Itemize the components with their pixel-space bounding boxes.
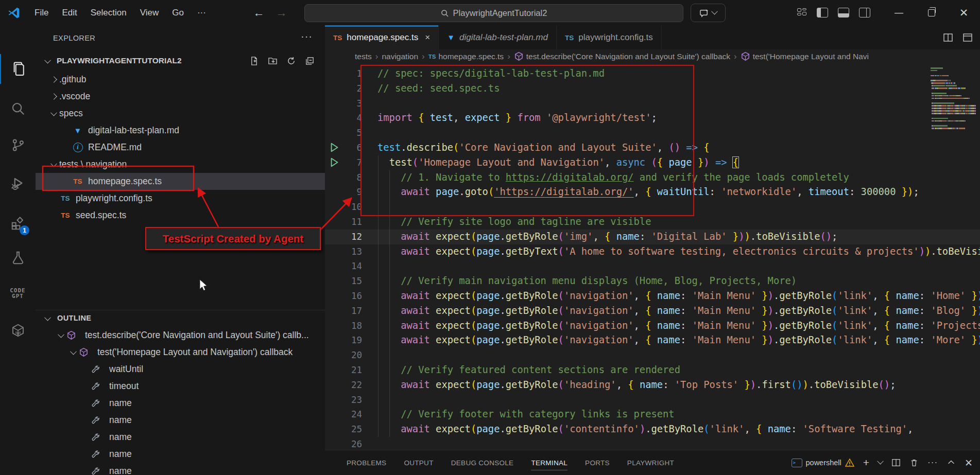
split-terminal-icon[interactable] xyxy=(891,458,901,467)
tree-item-specs[interactable]: specs xyxy=(36,105,325,122)
run-test-icon[interactable] xyxy=(330,157,339,167)
panel-tab-ports[interactable]: PORTS xyxy=(585,450,610,475)
toggle-panel-icon[interactable] xyxy=(838,8,849,17)
outline-item[interactable]: name xyxy=(36,429,325,446)
outline-item[interactable]: name xyxy=(36,463,325,475)
breadcrumb-item[interactable]: test.describe('Core Navigation and Layou… xyxy=(514,51,730,61)
code-line-7[interactable]: 7 test('Homepage Layout and Navigation',… xyxy=(325,155,980,170)
close-panel-icon[interactable]: ✕ xyxy=(965,457,973,469)
code-editor[interactable]: 1// spec: specs/digital-lab-test-plan.md… xyxy=(325,63,980,450)
outline-item[interactable]: test('Homepage Layout and Navigation') c… xyxy=(36,344,325,361)
panel-more-actions-icon[interactable]: ··· xyxy=(927,458,938,468)
kill-terminal-icon[interactable] xyxy=(909,458,919,467)
code-line-17[interactable]: 17 await expect(page.getByRole('navigati… xyxy=(325,304,980,319)
panel-tab-terminal[interactable]: TERMINAL xyxy=(531,450,568,475)
terminal-instance-label[interactable]: > powershell xyxy=(792,458,854,467)
split-editor-icon[interactable] xyxy=(943,32,953,43)
outline-item[interactable]: timeout xyxy=(36,378,325,395)
command-center-search[interactable]: PlaywrightAgentTutorial2 xyxy=(304,4,683,22)
customize-layout-icon[interactable] xyxy=(797,8,807,17)
code-line-16[interactable]: 16 await expect(page.getByRole('navigati… xyxy=(325,289,980,304)
code-line-24[interactable]: 24 // Verify footer with category links … xyxy=(325,407,980,422)
tree-item-.vscode[interactable]: .vscode xyxy=(36,88,325,105)
menu-view[interactable]: View xyxy=(133,5,166,21)
activity-source-control-icon[interactable] xyxy=(0,130,36,160)
code-line-4[interactable]: 4import { test, expect } from '@playwrig… xyxy=(325,111,980,126)
refresh-icon[interactable] xyxy=(286,56,296,66)
close-button[interactable]: ✕ xyxy=(948,0,980,25)
tree-item-playwright.config.ts[interactable]: TSplaywright.config.ts xyxy=(36,190,325,207)
code-line-9[interactable]: 9 await page.goto('https://digitalab.org… xyxy=(325,185,980,200)
collapse-all-icon[interactable] xyxy=(305,56,315,66)
code-line-5[interactable]: 5 xyxy=(325,126,980,140)
menu-file[interactable]: File xyxy=(28,5,55,21)
panel-tab-output[interactable]: OUTPUT xyxy=(404,450,433,475)
close-tab-icon[interactable]: × xyxy=(425,32,430,43)
code-line-26[interactable]: 26 xyxy=(325,437,980,450)
activity-codegpt-icon[interactable]: CODEGPT xyxy=(0,278,36,308)
activity-explorer-icon[interactable] xyxy=(0,54,37,84)
outline-item[interactable]: name xyxy=(36,446,325,463)
code-line-25[interactable]: 25 await expect(page.getByRole('contenti… xyxy=(325,422,980,437)
terminal-profile-dropdown-icon[interactable] xyxy=(877,458,884,464)
activity-containers-icon[interactable] xyxy=(0,315,36,345)
breadcrumb[interactable]: tests›navigation›TShomepage.spec.ts›test… xyxy=(355,49,980,63)
editor-tab-homepage.spec.ts[interactable]: TShomepage.spec.ts× xyxy=(325,25,439,49)
outline-item[interactable]: waitUntil xyxy=(36,361,325,378)
code-line-21[interactable]: 21 // Verify featured content sections a… xyxy=(325,363,980,378)
tree-item-.github[interactable]: .github xyxy=(36,71,325,88)
editor-tab-digital-lab-test-plan.md[interactable]: ▼digital-lab-test-plan.md xyxy=(439,25,557,49)
new-terminal-icon[interactable]: + xyxy=(863,456,869,469)
explorer-more-actions-icon[interactable]: ··· xyxy=(301,30,313,42)
menu-go[interactable]: Go xyxy=(165,5,191,21)
code-line-14[interactable]: 14 xyxy=(325,259,980,274)
editor-tab-playwright.config.ts[interactable]: TSplaywright.config.ts xyxy=(557,25,662,49)
code-line-8[interactable]: 8 // 1. Navigate to https://digitalab.or… xyxy=(325,170,980,185)
menu-more-icon[interactable]: ··· xyxy=(191,5,213,21)
breadcrumb-item[interactable]: test('Homepage Layout and Navi xyxy=(741,51,869,61)
activity-search-icon[interactable] xyxy=(0,94,36,124)
panel-tab-problems[interactable]: PROBLEMS xyxy=(347,450,386,475)
breadcrumb-item[interactable]: tests xyxy=(355,52,372,61)
outline-item[interactable]: name xyxy=(36,395,325,412)
new-folder-icon[interactable] xyxy=(268,56,278,66)
breadcrumb-item[interactable]: navigation xyxy=(382,52,418,61)
code-line-12[interactable]: 12 await expect(page.getByRole('img', { … xyxy=(325,230,980,244)
panel-tab-debug-console[interactable]: DEBUG CONSOLE xyxy=(451,450,514,475)
menu-edit[interactable]: Edit xyxy=(55,5,83,21)
tree-item-digital-lab-test-plan.md[interactable]: ▼digital-lab-test-plan.md xyxy=(36,122,325,139)
back-arrow-icon[interactable]: ← xyxy=(248,6,270,20)
activity-extensions-icon[interactable]: 1 xyxy=(0,208,36,238)
code-line-13[interactable]: 13 await expect(page.getByText('A home t… xyxy=(325,244,980,259)
project-root-row[interactable]: PLAYWRIGHTAGENTTUTORIAL2 xyxy=(36,52,325,69)
toggle-primary-sidebar-icon[interactable] xyxy=(817,8,828,17)
code-line-2[interactable]: 2// seed: seed.spec.ts xyxy=(325,81,980,96)
breadcrumb-item[interactable]: TShomepage.spec.ts xyxy=(428,52,504,61)
toggle-secondary-sidebar-icon[interactable] xyxy=(859,8,870,17)
restore-button[interactable] xyxy=(915,0,948,25)
tree-item-seed.spec.ts[interactable]: TSseed.spec.ts xyxy=(36,207,325,224)
forward-arrow-icon[interactable]: → xyxy=(270,6,293,20)
editor-more-actions-icon[interactable] xyxy=(962,32,973,43)
tree-item-readme.md[interactable]: iREADME.md xyxy=(36,139,325,156)
code-line-15[interactable]: 15 // Verify main navigation menu displa… xyxy=(325,274,980,289)
copilot-button[interactable] xyxy=(691,4,726,22)
minimap[interactable] xyxy=(931,67,976,133)
run-test-icon[interactable] xyxy=(330,143,339,152)
activity-testing-icon[interactable] xyxy=(0,243,36,273)
code-line-10[interactable]: 10 xyxy=(325,200,980,215)
code-line-1[interactable]: 1// spec: specs/digital-lab-test-plan.md xyxy=(325,66,980,81)
minimize-button[interactable]: — xyxy=(883,0,915,25)
code-line-19[interactable]: 19 await expect(page.getByRole('navigati… xyxy=(325,333,980,348)
outline-item[interactable]: name xyxy=(36,412,325,429)
code-line-6[interactable]: 6test.describe('Core Navigation and Layo… xyxy=(325,140,980,155)
panel-tab-playwright[interactable]: PLAYWRIGHT xyxy=(627,450,674,475)
code-line-23[interactable]: 23 xyxy=(325,393,980,408)
code-line-18[interactable]: 18 await expect(page.getByRole('navigati… xyxy=(325,319,980,333)
activity-run-and-debug-icon[interactable] xyxy=(0,169,36,199)
maximize-panel-icon[interactable] xyxy=(947,458,956,467)
code-line-22[interactable]: 22 await expect(page.getByRole('heading'… xyxy=(325,378,980,393)
code-line-20[interactable]: 20 xyxy=(325,348,980,363)
menu-selection[interactable]: Selection xyxy=(84,5,133,21)
tree-item-homepage.spec.ts[interactable]: TShomepage.spec.ts xyxy=(36,173,325,190)
